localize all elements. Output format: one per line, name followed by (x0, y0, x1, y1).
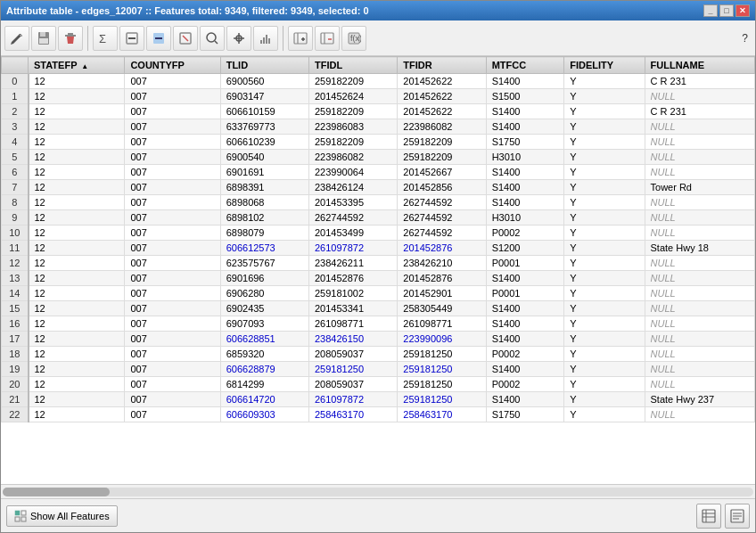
table-row[interactable]: 2212007606609303258463170258463170S1750Y… (2, 407, 755, 422)
table-row[interactable]: 1120076903147201452624201452622S1500YNUL… (2, 89, 755, 104)
col-header-statefp[interactable]: STATEFP ▲ (29, 57, 125, 74)
cell-tlid: 6898102 (220, 210, 308, 226)
expression-button[interactable]: Σ (93, 26, 118, 51)
minimize-button[interactable]: _ (703, 4, 718, 17)
table-row[interactable]: 1912007606628879259181250259181250S1400Y… (2, 362, 755, 377)
save-button[interactable] (31, 26, 56, 51)
table-view-button[interactable] (696, 504, 721, 529)
cell-fidelity: Y (564, 165, 645, 180)
zoom-selected-button[interactable] (200, 26, 225, 51)
col-header-tfidr[interactable]: TFIDR (398, 57, 486, 74)
cell-tfidr: 259182209 (398, 150, 486, 165)
cell-tfidr: 201452622 (398, 104, 486, 119)
table-row[interactable]: 0120076900560259182209201452622S1400YC R… (2, 74, 755, 89)
col-header-tlid[interactable]: TLID (220, 57, 308, 74)
cell-tlid: 606614720 (220, 392, 308, 407)
svg-rect-19 (294, 33, 307, 44)
main-window: Attribute table - edges_12007 :: Feature… (0, 0, 756, 533)
col-header-mtfcc[interactable]: MTFCC (486, 57, 564, 74)
cell-tfidl: 259182209 (308, 135, 397, 150)
cell-tfidr: 258463170 (398, 407, 486, 422)
cell-fidelity: Y (564, 362, 645, 377)
cell-fullname: NULL (645, 377, 754, 392)
pan-selected-button[interactable] (226, 26, 251, 51)
show-all-features-button[interactable]: Show All Features (6, 505, 118, 527)
table-row[interactable]: 13120076901696201452876201452876S1400YNU… (2, 271, 755, 286)
cell-row-num: 15 (2, 301, 29, 316)
table-row[interactable]: 14120076906280259181002201452901P0001YNU… (2, 286, 755, 301)
close-button[interactable]: ✕ (735, 4, 750, 17)
table-row[interactable]: 16120076907093261098771261098771S1400YNU… (2, 316, 755, 332)
cell-countyfp: 007 (125, 241, 220, 256)
table-row[interactable]: 1712007606628851238426150223990096S1400Y… (2, 332, 755, 347)
table-row[interactable]: 1212007623575767238426211238426210P0001Y… (2, 256, 755, 271)
cell-countyfp: 007 (125, 256, 220, 271)
cell-fullname: NULL (645, 362, 754, 377)
cell-mtfcc: S1400 (486, 195, 564, 210)
cell-mtfcc: S1200 (486, 241, 564, 256)
add-column-button[interactable] (288, 26, 313, 51)
svg-text:Σ: Σ (99, 32, 106, 45)
cell-tfidl: 238426124 (308, 180, 397, 195)
select-all-button[interactable] (119, 26, 144, 51)
table-row[interactable]: 1112007606612573261097872201452876S1200Y… (2, 241, 755, 256)
bottom-icons (696, 504, 750, 529)
scrollbar-thumb[interactable] (3, 488, 110, 496)
col-header-fullname[interactable]: FULLNAME (645, 57, 754, 74)
cell-fidelity: Y (564, 301, 645, 316)
cell-fidelity: Y (564, 347, 645, 362)
table-row[interactable]: 15120076902435201453341258305449S1400YNU… (2, 301, 755, 316)
form-view-button[interactable] (725, 504, 750, 529)
cell-mtfcc: P0001 (486, 286, 564, 301)
edit-button[interactable] (4, 26, 29, 51)
table-row[interactable]: 2112007606614720261097872259181250S1400Y… (2, 392, 755, 407)
maximize-button[interactable]: □ (719, 4, 734, 17)
cell-mtfcc: S1400 (486, 271, 564, 286)
col-header-tfidl[interactable]: TFIDL (308, 57, 397, 74)
invert-selection-button[interactable] (146, 26, 171, 51)
delete-column-button[interactable] (315, 26, 340, 51)
col-header-countyfp[interactable]: COUNTYFP (125, 57, 220, 74)
col-header-fidelity[interactable]: FIDELITY (564, 57, 645, 74)
svg-rect-30 (15, 517, 20, 521)
attribute-table: STATEFP ▲ COUNTYFP TLID TFIDL TFIDR MTFC… (1, 56, 755, 422)
table-row[interactable]: 5120076900540223986082259182209H3010YNUL… (2, 150, 755, 165)
cell-countyfp: 007 (125, 271, 220, 286)
deselect-button[interactable] (173, 26, 198, 51)
table-row[interactable]: 10120076898079201453499262744592P0002YNU… (2, 226, 755, 241)
table-scroll[interactable]: STATEFP ▲ COUNTYFP TLID TFIDL TFIDR MTFC… (1, 56, 755, 484)
cell-mtfcc: S1400 (486, 165, 564, 180)
cell-tfidr: 201452876 (398, 241, 486, 256)
svg-rect-1 (40, 32, 45, 37)
cell-fullname: NULL (645, 286, 754, 301)
cell-fullname: NULL (645, 89, 754, 104)
cell-mtfcc: S1400 (486, 74, 564, 89)
table-row[interactable]: 312007633769773223986083223986082S1400YN… (2, 119, 755, 135)
table-row[interactable]: 7120076898391238426124201452856S1400YTow… (2, 180, 755, 195)
cell-mtfcc: H3010 (486, 210, 564, 226)
table-row[interactable]: 412007606610239259182209259182209S1750YN… (2, 135, 755, 150)
svg-rect-32 (703, 510, 715, 522)
svg-rect-9 (155, 37, 162, 39)
cell-countyfp: 007 (125, 286, 220, 301)
cell-statefp: 12 (29, 332, 125, 347)
table-row[interactable]: 8120076898068201453395262744592S1400YNUL… (2, 195, 755, 210)
statistics-button[interactable] (253, 26, 278, 51)
table-row[interactable]: 6120076901691223990064201452667S1400YNUL… (2, 165, 755, 180)
table-row[interactable]: 212007606610159259182209201452622S1400YC… (2, 104, 755, 119)
cell-fidelity: Y (564, 377, 645, 392)
horizontal-scrollbar[interactable] (1, 484, 755, 498)
cell-tlid: 6901691 (220, 165, 308, 180)
cell-countyfp: 007 (125, 407, 220, 422)
cell-tfidr: 201452622 (398, 74, 486, 89)
table-row[interactable]: 9120076898102262744592262744592H3010YNUL… (2, 210, 755, 226)
table-row[interactable]: 20120076814299208059037259181250P0002YNU… (2, 377, 755, 392)
delete-button[interactable] (58, 26, 83, 51)
cell-row-num: 17 (2, 332, 29, 347)
help-label[interactable]: ? (742, 32, 752, 45)
cell-row-num: 4 (2, 135, 29, 150)
table-row[interactable]: 18120076859320208059037259181250P0002YNU… (2, 347, 755, 362)
cell-tfidr: 259182209 (398, 135, 486, 150)
svg-rect-7 (128, 37, 136, 39)
field-calculator-button[interactable]: f(x) (341, 26, 366, 51)
